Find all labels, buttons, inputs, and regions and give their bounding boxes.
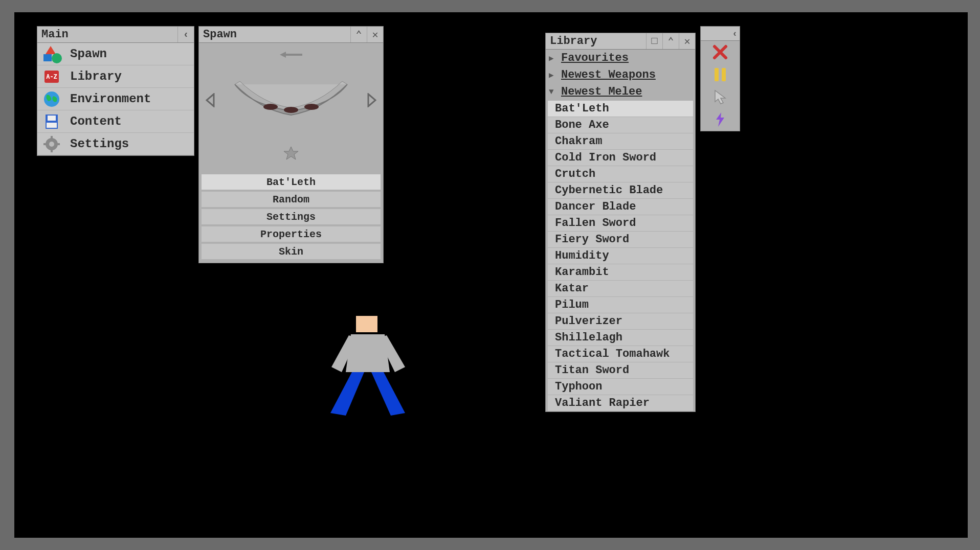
main-item-label: Content bbox=[70, 114, 122, 128]
library-panel-header: Library □ ⌃ ✕ bbox=[546, 33, 695, 50]
spawn-panel-header: Spawn ⌃ ✕ bbox=[199, 27, 383, 43]
library-item[interactable]: Titan Sword bbox=[548, 362, 693, 378]
main-panel-title: Main bbox=[41, 28, 69, 41]
library-item[interactable]: Valiant Rapier bbox=[548, 395, 693, 411]
library-item[interactable]: Tactical Tomahawk bbox=[548, 346, 693, 362]
svg-marker-27 bbox=[284, 147, 298, 159]
library-item[interactable]: Shillelagh bbox=[548, 330, 693, 346]
main-menu-list: Spawn A-Z Library Environment Content bbox=[37, 43, 194, 155]
delete-tool-icon[interactable] bbox=[701, 41, 740, 63]
main-item-label: Settings bbox=[70, 137, 129, 151]
main-item-settings[interactable]: Settings bbox=[37, 133, 194, 155]
right-toolbar: ‹ bbox=[700, 26, 740, 131]
close-icon[interactable]: ✕ bbox=[679, 33, 695, 49]
main-panel-header: Main ‹ bbox=[37, 27, 194, 43]
next-arrow-icon[interactable] bbox=[366, 93, 378, 111]
main-item-content[interactable]: Content bbox=[37, 110, 194, 133]
svg-rect-28 bbox=[715, 68, 719, 81]
library-panel: Library □ ⌃ ✕ ▶ Favourites ▶ Newest Weap… bbox=[545, 33, 696, 412]
globe-icon bbox=[39, 89, 64, 109]
svg-marker-4 bbox=[330, 372, 364, 416]
spawn-selected-item[interactable]: Bat'Leth bbox=[201, 174, 381, 190]
spawn-panel-title: Spawn bbox=[203, 28, 237, 41]
library-item[interactable]: Karambit bbox=[548, 264, 693, 280]
library-category-label: Newest Weapons bbox=[561, 68, 656, 81]
shapes-icon bbox=[39, 44, 64, 64]
library-item[interactable]: Pilum bbox=[548, 297, 693, 313]
svg-point-25 bbox=[304, 104, 319, 110]
main-item-label: Spawn bbox=[70, 47, 107, 61]
library-category-label: Newest Melee bbox=[561, 85, 642, 98]
collapse-left-icon[interactable]: ‹ bbox=[177, 27, 194, 42]
svg-rect-19 bbox=[43, 143, 47, 145]
svg-marker-21 bbox=[280, 52, 302, 58]
back-arrow-icon[interactable] bbox=[204, 51, 378, 61]
spawn-skin-button[interactable]: Skin bbox=[201, 243, 381, 260]
toolbar-header: ‹ bbox=[701, 27, 740, 41]
library-item[interactable]: Dancer Blade bbox=[548, 199, 693, 215]
prev-arrow-icon[interactable] bbox=[204, 93, 216, 111]
library-category-favourites[interactable]: ▶ Favourites bbox=[546, 50, 695, 66]
svg-rect-13 bbox=[48, 116, 56, 121]
game-area: Main ‹ Spawn A-Z Library bbox=[14, 12, 968, 538]
library-item[interactable]: Bone Axe bbox=[548, 117, 693, 133]
library-item[interactable]: Chakram bbox=[548, 133, 693, 149]
main-item-spawn[interactable]: Spawn bbox=[37, 43, 194, 65]
library-item[interactable]: Typhoon bbox=[548, 379, 693, 395]
favourite-star-icon[interactable] bbox=[204, 146, 378, 164]
svg-marker-5 bbox=[371, 372, 405, 416]
collapse-up-icon[interactable]: ⌃ bbox=[662, 33, 679, 49]
library-item[interactable]: Fiery Sword bbox=[548, 232, 693, 247]
library-item[interactable]: Crutch bbox=[548, 166, 693, 182]
svg-marker-30 bbox=[715, 90, 725, 104]
main-item-label: Environment bbox=[70, 92, 151, 106]
svg-marker-26 bbox=[368, 94, 375, 106]
gear-icon bbox=[39, 134, 64, 154]
svg-marker-22 bbox=[207, 94, 214, 106]
item-preview-image bbox=[227, 72, 355, 133]
library-item[interactable]: Cybernetic Blade bbox=[548, 182, 693, 198]
library-item[interactable]: Humidity bbox=[548, 248, 693, 264]
collapse-up-icon[interactable]: ⌃ bbox=[350, 27, 367, 42]
lightning-tool-icon[interactable] bbox=[701, 108, 740, 131]
arrow-right-icon: ▶ bbox=[549, 70, 561, 80]
spawn-properties-button[interactable]: Properties bbox=[201, 226, 381, 242]
svg-point-16 bbox=[49, 142, 54, 147]
svg-point-7 bbox=[52, 53, 62, 63]
arrow-down-icon: ▼ bbox=[549, 87, 561, 97]
library-category-newest-melee[interactable]: ▼ Newest Melee bbox=[546, 83, 695, 100]
cursor-tool-icon[interactable] bbox=[701, 86, 740, 108]
library-body[interactable]: ▶ Favourites ▶ Newest Weapons ▼ Newest M… bbox=[546, 50, 695, 411]
svg-rect-8 bbox=[43, 54, 52, 61]
main-item-library[interactable]: A-Z Library bbox=[37, 65, 194, 88]
svg-rect-29 bbox=[722, 68, 726, 81]
spawn-preview bbox=[199, 43, 383, 174]
svg-text:A-Z: A-Z bbox=[46, 73, 57, 80]
main-item-environment[interactable]: Environment bbox=[37, 88, 194, 110]
svg-rect-20 bbox=[57, 143, 60, 145]
spawn-settings-button[interactable]: Settings bbox=[201, 209, 381, 225]
spawn-random-button[interactable]: Random bbox=[201, 191, 381, 208]
svg-point-11 bbox=[44, 91, 59, 107]
library-item[interactable]: Bat'Leth bbox=[548, 101, 693, 117]
library-item[interactable]: Pulverizer bbox=[548, 313, 693, 329]
library-item[interactable]: Katar bbox=[548, 281, 693, 296]
library-category-newest-weapons[interactable]: ▶ Newest Weapons bbox=[546, 66, 695, 83]
library-item[interactable]: Fallen Sword bbox=[548, 215, 693, 231]
library-category-label: Favourites bbox=[561, 52, 629, 64]
maximize-icon[interactable]: □ bbox=[646, 33, 662, 49]
svg-rect-0 bbox=[356, 316, 377, 332]
close-icon[interactable]: ✕ bbox=[367, 27, 383, 42]
svg-marker-31 bbox=[716, 112, 724, 127]
library-item[interactable]: Cold Iron Sword bbox=[548, 150, 693, 166]
svg-marker-6 bbox=[46, 46, 56, 54]
svg-rect-14 bbox=[47, 123, 57, 128]
svg-rect-18 bbox=[51, 149, 53, 152]
svg-point-23 bbox=[263, 104, 278, 110]
svg-rect-17 bbox=[51, 136, 53, 139]
collapse-left-icon[interactable]: ‹ bbox=[732, 29, 738, 39]
floppy-icon bbox=[39, 112, 64, 131]
az-icon: A-Z bbox=[39, 67, 64, 86]
pause-tool-icon[interactable] bbox=[701, 63, 740, 86]
player-character bbox=[327, 316, 409, 418]
